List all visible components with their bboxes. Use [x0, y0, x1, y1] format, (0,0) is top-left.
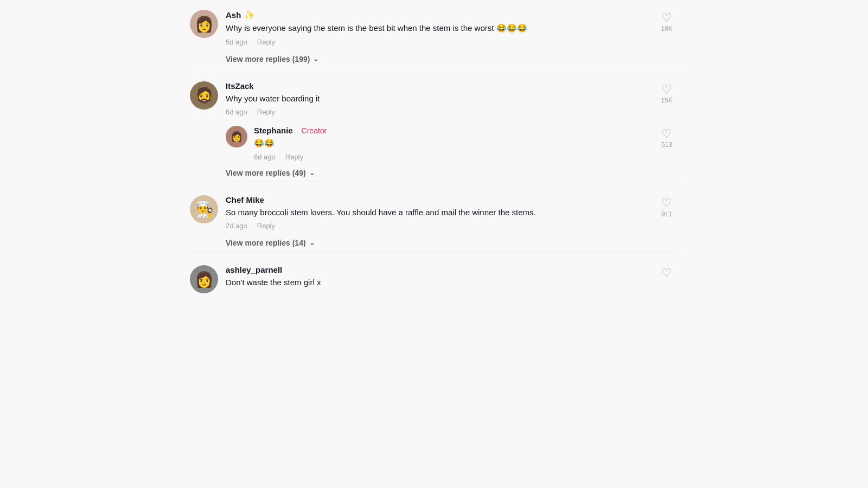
username: Ash	[226, 10, 241, 20]
comment-block: 👩 Ash ✨ Why is everyone saying the stem …	[190, 0, 678, 50]
comment-content: ashley_parnell Don't waste the stem girl…	[226, 265, 647, 292]
reply-button[interactable]: Reply	[285, 153, 303, 161]
heart-icon[interactable]: ♡	[661, 267, 672, 279]
comment-text: 😂😂	[254, 137, 647, 150]
heart-icon[interactable]: ♡	[661, 84, 672, 95]
avatar: 🧔	[190, 81, 218, 110]
comment-header: Ash ✨	[226, 10, 647, 20]
comment-block: 👩 ashley_parnell Don't waste the stem gi…	[190, 255, 678, 298]
like-count: 15K	[661, 97, 672, 104]
reply-block: 👩 Stephanie · Creator 😂😂 6d ago Reply ♡ …	[190, 120, 678, 164]
reply-button[interactable]: Reply	[257, 108, 275, 116]
like-count: 18K	[661, 25, 672, 33]
like-section: ♡ 15K	[655, 81, 678, 104]
reply-content: Stephanie · Creator 😂😂 6d ago Reply	[254, 126, 647, 161]
comment-header: ashley_parnell	[226, 265, 647, 274]
comment-content: Ash ✨ Why is everyone saying the stem is…	[226, 10, 647, 46]
chevron-down-icon: ⌄	[313, 55, 318, 63]
like-section: ♡ 911	[655, 195, 678, 218]
comment-time: 6d ago	[254, 153, 276, 161]
comment-block: 👨‍🍳 Chef Mike So many broccoli stem love…	[190, 185, 678, 235]
view-replies-toggle[interactable]: View more replies (14) ⌄	[226, 239, 678, 247]
view-replies-label: View more replies (49)	[226, 169, 306, 177]
avatar: 👨‍🍳	[190, 195, 218, 223]
username-suffix: ✨	[244, 10, 255, 20]
username: Stephanie	[254, 126, 293, 135]
view-replies-toggle[interactable]: View more replies (199) ⌄	[226, 55, 678, 63]
comment-meta: 2d ago Reply	[226, 222, 647, 230]
comment-block: 🧔 ItsZack Why you water boarding it 6d a…	[190, 72, 678, 121]
divider	[190, 182, 678, 182]
reply-button[interactable]: Reply	[257, 38, 275, 46]
comment-time: 2d ago	[226, 222, 247, 230]
view-replies-toggle[interactable]: View more replies (49) ⌄	[226, 169, 678, 177]
view-replies-label: View more replies (199)	[226, 55, 310, 63]
heart-icon[interactable]: ♡	[661, 128, 672, 140]
comment-text: Why you water boarding it	[226, 93, 647, 105]
like-section: ♡	[655, 265, 678, 279]
comment-meta: 6d ago Reply	[254, 153, 647, 161]
comment-time: 6d ago	[226, 108, 247, 116]
heart-icon[interactable]: ♡	[661, 12, 672, 24]
username: Chef Mike	[226, 195, 264, 204]
creator-badge: Creator	[302, 126, 327, 135]
comment-header: Chef Mike	[226, 195, 647, 204]
username: ashley_parnell	[226, 265, 282, 274]
chevron-down-icon: ⌄	[309, 169, 315, 177]
avatar: 👩	[190, 10, 218, 38]
comment-header: ItsZack	[226, 81, 647, 91]
comment-text: Don't waste the stem girl x	[226, 277, 647, 289]
comments-container: 👩 Ash ✨ Why is everyone saying the stem …	[0, 0, 868, 488]
comment-meta: 5d ago Reply	[226, 38, 647, 46]
username: ItsZack	[226, 81, 254, 91]
avatar: 👩	[190, 265, 218, 293]
like-count: 911	[661, 210, 672, 218]
comment-text: So many broccoli stem lovers. You should…	[226, 207, 647, 219]
like-section: ♡ 18K	[655, 10, 678, 33]
like-count: 513	[661, 141, 672, 149]
comment-text: Why is everyone saying the stem is the b…	[226, 22, 647, 35]
reply-button[interactable]: Reply	[257, 222, 275, 230]
comment-content: Chef Mike So many broccoli stem lovers. …	[226, 195, 647, 230]
heart-icon[interactable]: ♡	[661, 197, 672, 209]
dot-separator: ·	[296, 126, 298, 135]
view-replies-label: View more replies (14)	[226, 239, 306, 247]
comment-content: ItsZack Why you water boarding it 6d ago…	[226, 81, 647, 117]
like-section: ♡ 513	[655, 126, 678, 149]
comment-meta: 6d ago Reply	[226, 108, 647, 116]
comment-time: 5d ago	[226, 38, 247, 46]
avatar: 👩	[226, 126, 247, 147]
comment-header: Stephanie · Creator	[254, 126, 647, 135]
divider	[190, 252, 678, 252]
chevron-down-icon: ⌄	[309, 239, 315, 247]
divider	[190, 68, 678, 68]
